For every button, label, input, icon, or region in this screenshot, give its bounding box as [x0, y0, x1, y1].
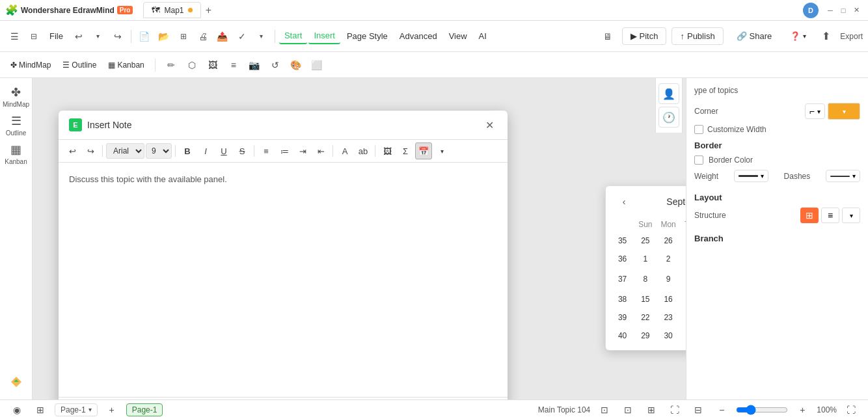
formula-button[interactable]: Σ	[397, 142, 414, 159]
highlight-button[interactable]: ab	[355, 142, 372, 159]
strikethrough-button[interactable]: S	[234, 142, 251, 159]
calendar-day[interactable]: 30	[657, 327, 680, 345]
tab-insert[interactable]: Insert	[308, 28, 340, 44]
share-button[interactable]: 🔗 Share	[729, 28, 780, 44]
calendar-day[interactable]: 26	[657, 232, 680, 250]
zoom-slider[interactable]	[736, 405, 788, 415]
align-left-button[interactable]: ≡	[258, 142, 275, 159]
pitch-button[interactable]: ▶ Pitch	[622, 27, 667, 45]
brush-icon[interactable]: ✏	[162, 56, 180, 74]
print-icon[interactable]: 🖨	[194, 27, 212, 46]
dashes-select[interactable]: ▾	[826, 170, 860, 182]
calendar-day[interactable]: 22	[634, 308, 657, 327]
kanban-nav-button[interactable]: ▦ Kanban	[3, 141, 29, 167]
calendar-day[interactable]: 16	[657, 290, 680, 308]
structure-icon-2[interactable]: ≡	[821, 208, 839, 223]
minimize-button[interactable]: ─	[824, 4, 837, 17]
paint-icon[interactable]: 🎨	[287, 56, 305, 74]
calendar-day[interactable]: 17	[680, 290, 686, 308]
calendar-dropdown[interactable]: ▾	[433, 142, 450, 159]
export-dropdown[interactable]: 📤	[213, 27, 232, 46]
weight-select[interactable]: ▾	[734, 170, 768, 182]
insert-icon[interactable]: 🖼	[204, 56, 222, 74]
cal-prev-button[interactable]: ‹	[616, 194, 632, 210]
check-dropdown[interactable]: ▾	[252, 27, 271, 46]
calendar-day[interactable]: 1	[634, 250, 657, 268]
open-icon[interactable]: 📂	[155, 27, 173, 46]
export-button[interactable]: ⬆	[817, 27, 835, 46]
check-icon[interactable]: ✓	[233, 27, 251, 46]
grid-view-icon[interactable]: ⊞	[31, 401, 49, 419]
shape-icon[interactable]: ⬡	[183, 56, 201, 74]
replay-icon[interactable]: ↺	[266, 56, 284, 74]
mindmap-nav-button[interactable]: ✤ MindMap	[3, 83, 29, 109]
tab-view[interactable]: View	[444, 29, 472, 44]
border-color-checkbox[interactable]	[694, 155, 703, 165]
publish-button[interactable]: ↑ Publish	[671, 27, 723, 45]
customize-width-checkbox[interactable]	[694, 125, 703, 134]
tab-advanced[interactable]: Advanced	[394, 29, 442, 44]
tab-page-style[interactable]: Page Style	[342, 29, 393, 44]
save-icon[interactable]: ⊞	[174, 27, 193, 46]
image-icon[interactable]: 📷	[245, 56, 264, 74]
expand-icon[interactable]: ⊞	[642, 401, 660, 419]
dialog-redo-button[interactable]: ↪	[82, 142, 99, 159]
add-page-button[interactable]: +	[103, 401, 121, 419]
sidebar-toggle-icon[interactable]: ☰	[5, 27, 23, 46]
status-icon[interactable]: ◉	[8, 401, 26, 419]
font-size-select[interactable]: 9	[146, 143, 172, 159]
color-swatch-orange[interactable]: ▾	[828, 103, 860, 120]
file-menu-button[interactable]: File	[44, 29, 68, 44]
outline-button[interactable]: ☰ Outline	[57, 59, 102, 72]
expand-full-icon[interactable]: ⛶	[842, 401, 860, 419]
map-tab[interactable]: 🗺 Map1	[143, 2, 200, 18]
unindent-button[interactable]: ⇤	[312, 142, 329, 159]
redo-icon[interactable]: ↪	[109, 27, 127, 46]
structure-icon-dropdown[interactable]: ▾	[842, 208, 860, 223]
mindmap-button[interactable]: ✤ MindMap	[5, 59, 56, 72]
structure-icon-1[interactable]: ⊞	[800, 208, 819, 223]
calendar-day[interactable]: 24	[680, 308, 686, 327]
calendar-day[interactable]: 23	[657, 308, 680, 327]
calendar-button[interactable]: 📅	[415, 142, 432, 159]
fit-icon[interactable]: ⊡	[595, 401, 614, 419]
dialog-body[interactable]: Discuss this topic with the available pa…	[59, 163, 508, 397]
calendar-day[interactable]: 2	[657, 250, 680, 268]
italic-button[interactable]: I	[197, 142, 214, 159]
underline-button[interactable]: U	[215, 142, 232, 159]
calendar-day[interactable]: 27	[680, 232, 686, 250]
new-icon[interactable]: 📄	[135, 27, 154, 46]
calendar-day[interactable]: 29	[634, 327, 657, 345]
image-insert-button[interactable]: 🖼	[379, 142, 396, 159]
new-tab-button[interactable]: +	[201, 3, 217, 18]
calendar-day[interactable]: 10	[680, 268, 686, 290]
zoom-out-icon[interactable]: −	[712, 401, 731, 419]
corner-select[interactable]: ⌐ ▾	[805, 103, 825, 119]
page-1-tab[interactable]: Page-1 ▾	[55, 403, 98, 416]
canvas-area[interactable]: E Insert Note ✕ ↩ ↪ Arial 9 B I U S	[33, 78, 686, 399]
outline-nav-button[interactable]: ☰ Outline	[3, 112, 29, 138]
close-button[interactable]: ✕	[850, 4, 863, 17]
undo-icon[interactable]: ↩	[70, 27, 88, 46]
rect-icon[interactable]: ⬜	[308, 56, 326, 74]
dialog-close-button[interactable]: ✕	[481, 117, 497, 133]
calendar-day[interactable]: 9	[657, 268, 680, 290]
tab-ai[interactable]: AI	[474, 29, 492, 44]
calendar-day[interactable]: 1	[680, 327, 686, 345]
list-button[interactable]: ≔	[276, 142, 293, 159]
kanban-button[interactable]: ▦ Kanban	[103, 59, 149, 72]
font-color-button[interactable]: A	[336, 142, 353, 159]
help-button[interactable]: ❓ ▾	[785, 28, 811, 44]
help-icon[interactable]: 🖥	[599, 27, 617, 46]
calendar-day[interactable]: 25	[634, 232, 657, 250]
calendar-day[interactable]: 15	[634, 290, 657, 308]
collapse-icon[interactable]: ⊡	[619, 401, 637, 419]
calendar-day[interactable]: 3	[680, 250, 686, 268]
undo-dropdown[interactable]: ▾	[89, 27, 107, 46]
file-menu-icon[interactable]: ⊟	[25, 27, 43, 46]
fullscreen-icon[interactable]: ⛶	[666, 401, 684, 419]
indent-button[interactable]: ⇥	[294, 142, 311, 159]
list-icon[interactable]: ≡	[224, 56, 243, 74]
zoom-fit-icon[interactable]: ⊟	[689, 401, 707, 419]
dialog-undo-button[interactable]: ↩	[64, 142, 81, 159]
